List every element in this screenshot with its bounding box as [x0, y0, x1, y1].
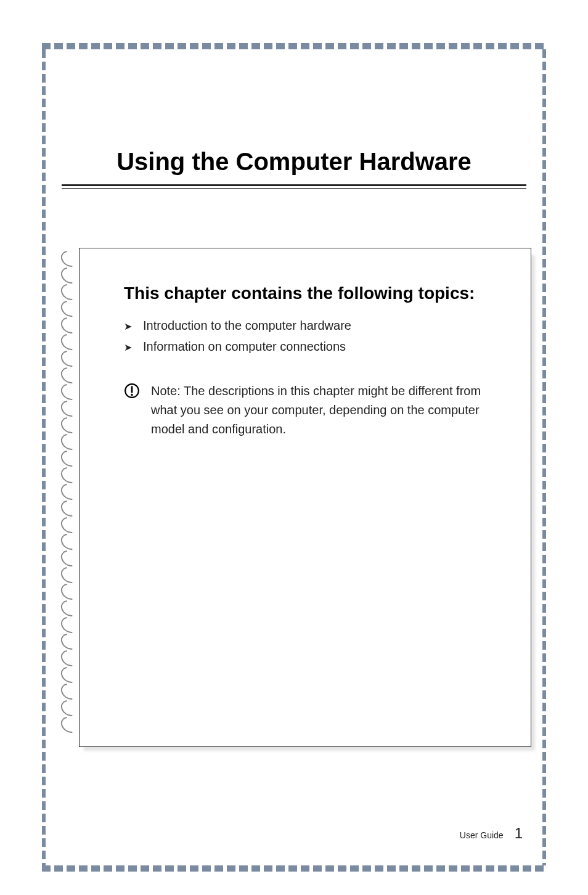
page-number: 1	[515, 825, 523, 842]
border-right	[542, 49, 546, 865]
note-block: Note: The descriptions in this chapter m…	[124, 382, 506, 439]
page-content: Using the Computer Hardware	[46, 49, 542, 865]
page-footer: User Guide 1	[460, 825, 523, 842]
note-label: Note:	[151, 384, 181, 398]
topics-card: This chapter contains the following topi…	[79, 248, 531, 747]
list-item: ➤ Introduction to the computer hardware	[124, 315, 506, 336]
divider-thick	[62, 184, 526, 186]
topic-text: Introduction to the computer hardware	[143, 315, 351, 336]
note-body: The descriptions in this chapter might b…	[151, 384, 481, 436]
topic-list: ➤ Introduction to the computer hardware …	[124, 315, 506, 357]
spiral-icon	[58, 714, 81, 737]
section-heading: This chapter contains the following topi…	[124, 282, 506, 305]
border-bottom	[42, 865, 546, 872]
footer-label: User Guide	[460, 830, 504, 840]
divider-thin	[62, 188, 526, 189]
note-text: Note: The descriptions in this chapter m…	[151, 382, 506, 439]
border-top	[42, 43, 546, 49]
arrow-right-icon: ➤	[124, 318, 132, 335]
chapter-title-block: Using the Computer Hardware	[46, 49, 542, 189]
page-border: Using the Computer Hardware	[42, 43, 546, 872]
topics-card-area: This chapter contains the following topi…	[57, 248, 531, 747]
list-item: ➤ Information on computer connections	[124, 336, 506, 357]
topic-text: Information on computer connections	[143, 336, 346, 357]
svg-point-2	[131, 394, 133, 396]
alert-circle-icon	[124, 383, 140, 399]
chapter-title: Using the Computer Hardware	[62, 148, 526, 176]
arrow-right-icon: ➤	[124, 339, 132, 356]
